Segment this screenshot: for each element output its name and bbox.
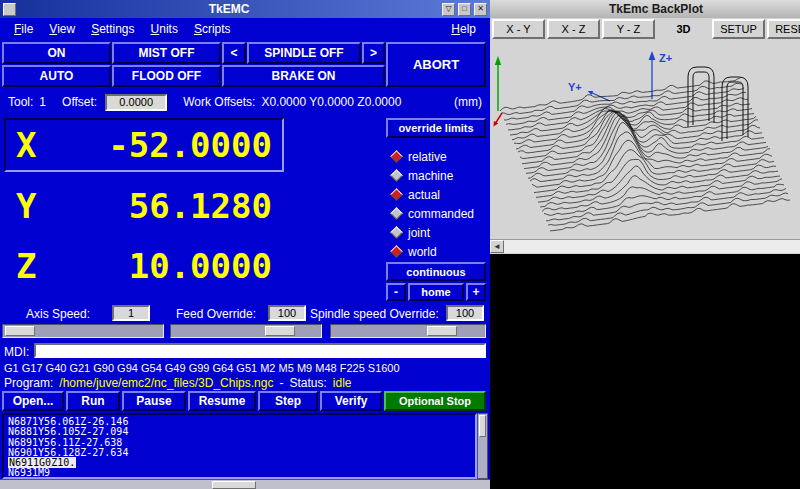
open-button[interactable]: Open... xyxy=(2,391,64,411)
axis-speed-label: Axis Speed: xyxy=(26,307,90,321)
spindle-faster-button[interactable]: > xyxy=(362,42,385,64)
program-vscrollbar[interactable] xyxy=(477,413,488,479)
pause-button[interactable]: Pause xyxy=(122,391,186,411)
window-menu-icon[interactable] xyxy=(3,3,16,16)
mode-auto-button[interactable]: AUTO xyxy=(2,65,111,87)
feed-override-slider[interactable] xyxy=(170,324,322,338)
slider-thumb[interactable] xyxy=(5,326,35,336)
override-limits-button[interactable]: override limits xyxy=(386,118,486,138)
axis-speed-slider[interactable] xyxy=(2,324,164,338)
radio-label: machine xyxy=(408,169,453,183)
radio-label: joint xyxy=(408,226,430,240)
scrollbar-thumb[interactable] xyxy=(212,481,256,489)
scroll-left-arrow-icon[interactable]: ◄ xyxy=(490,240,504,253)
reset-button[interactable]: RESET xyxy=(767,19,800,39)
radio-indicator-icon xyxy=(390,169,403,182)
feed-override-entry[interactable]: 100 xyxy=(268,305,306,321)
backplot-window: TkEmc BackPlot X - Y X - Z Y - Z 3D SETU… xyxy=(490,0,800,254)
y-axis-label: Y+ xyxy=(568,81,582,93)
units-label: (mm) xyxy=(454,95,482,109)
run-button[interactable]: Run xyxy=(66,391,120,411)
radio-label: actual xyxy=(408,188,440,202)
radio-relative[interactable]: relative xyxy=(392,147,488,166)
view-yz-button[interactable]: Y - Z xyxy=(602,19,655,39)
home-button[interactable]: home xyxy=(408,283,464,301)
jog-minus-button[interactable]: - xyxy=(386,283,406,301)
view-xy-button[interactable]: X - Y xyxy=(492,19,545,39)
status-label: Status: xyxy=(289,376,326,390)
program-hscrollbar[interactable] xyxy=(0,479,490,489)
backplot-hscrollbar[interactable]: ◄ ► xyxy=(490,239,800,253)
active-gcodes: G1 G17 G40 G21 G90 G94 G54 G49 G99 G64 G… xyxy=(4,362,400,374)
menu-units[interactable]: Units xyxy=(143,20,186,38)
menu-help[interactable]: Help xyxy=(443,20,484,38)
spindle-slower-button[interactable]: < xyxy=(222,42,246,64)
setup-button[interactable]: SETUP xyxy=(712,19,765,39)
menu-settings[interactable]: Settings xyxy=(83,20,142,38)
mdi-input[interactable] xyxy=(34,343,486,358)
jog-plus-button[interactable]: + xyxy=(466,283,486,301)
jog-mode-button[interactable]: continuous xyxy=(386,262,486,281)
radio-machine[interactable]: machine xyxy=(392,166,488,185)
z-axis-label: Z+ xyxy=(659,52,672,64)
dro-x-letter: X xyxy=(16,125,36,165)
menu-scripts[interactable]: Scripts xyxy=(186,20,239,38)
status-separator: - xyxy=(279,376,283,390)
radio-world[interactable]: world xyxy=(392,242,488,261)
backplot-view-buttons: X - Y X - Z Y - Z 3D SETUP RESET xyxy=(492,19,800,40)
dro-x-value: -52.0000 xyxy=(108,125,272,165)
verify-button[interactable]: Verify xyxy=(320,391,382,411)
dro-z-letter: Z xyxy=(16,246,36,286)
spindle-override-entry[interactable]: 100 xyxy=(446,305,484,321)
backplot-canvas: Z+ Y+ xyxy=(492,41,800,237)
flood-button[interactable]: FLOOD OFF xyxy=(112,65,221,87)
scrollbar-thumb[interactable] xyxy=(479,415,486,437)
backplot-title-bar[interactable]: TkEmc BackPlot xyxy=(490,0,800,18)
spindle-button[interactable]: SPINDLE OFF xyxy=(247,42,361,64)
minimize-button[interactable]: ▽ xyxy=(442,3,455,16)
resume-button[interactable]: Resume xyxy=(188,391,256,411)
slider-thumb[interactable] xyxy=(265,326,295,336)
radio-indicator-icon xyxy=(390,207,403,220)
mdi-label: MDI: xyxy=(4,345,29,359)
maximize-button[interactable]: □ xyxy=(458,3,471,16)
menu-bar: File View Settings Units Scripts Help xyxy=(0,18,490,40)
step-button[interactable]: Step xyxy=(258,391,318,411)
tool-value: 1 xyxy=(39,95,46,109)
program-listing[interactable]: N6871Y56.061Z-26.146 N6881Y56.105Z-27.09… xyxy=(2,413,477,479)
view-3d-button[interactable]: 3D xyxy=(657,19,710,39)
toolpath-wireframe xyxy=(500,67,790,231)
slider-thumb[interactable] xyxy=(427,326,457,336)
mist-button[interactable]: MIST OFF xyxy=(112,42,221,64)
menu-file[interactable]: File xyxy=(6,20,41,38)
brake-button[interactable]: BRAKE ON xyxy=(222,65,385,87)
radio-commanded[interactable]: commanded xyxy=(392,204,488,223)
status-value: idle xyxy=(333,376,352,390)
radio-label: relative xyxy=(408,150,447,164)
close-button[interactable]: ✕ xyxy=(474,3,487,16)
radio-indicator-icon xyxy=(390,226,403,239)
dro-y-value: 56.1280 xyxy=(129,186,272,226)
abort-button[interactable]: ABORT xyxy=(386,42,486,87)
optional-stop-button[interactable]: Optional Stop xyxy=(384,391,486,411)
program-status-row: Program: /home/juve/emc2/nc_files/3D_Chi… xyxy=(4,376,486,390)
dro-axis-y: Y 56.1280 xyxy=(4,184,284,228)
spindle-override-slider[interactable] xyxy=(330,324,486,338)
title-bar[interactable]: TkEMC ▽ □ ✕ xyxy=(0,0,490,18)
work-offsets-value: X0.0000 Y0.0000 Z0.0000 xyxy=(261,95,401,109)
radio-indicator-icon xyxy=(390,245,403,258)
program-path: /home/juve/emc2/nc_files/3D_Chips.ngc xyxy=(59,376,273,390)
machine-on-button[interactable]: ON xyxy=(2,42,111,64)
radio-joint[interactable]: joint xyxy=(392,223,488,242)
tool-label: Tool: xyxy=(8,95,33,109)
offset-label: Offset: xyxy=(62,95,97,109)
window-title: TkEMC xyxy=(16,2,442,16)
z-axis-arrowhead-icon xyxy=(649,51,656,60)
view-xz-button[interactable]: X - Z xyxy=(547,19,600,39)
menu-view[interactable]: View xyxy=(41,20,83,38)
dro-axis-z: Z 10.0000 xyxy=(4,244,284,288)
dro-y-letter: Y xyxy=(16,186,36,226)
radio-actual[interactable]: actual xyxy=(392,185,488,204)
tool-offset-entry[interactable]: 0.0000 xyxy=(105,94,167,111)
axis-speed-entry[interactable]: 1 xyxy=(112,305,150,321)
